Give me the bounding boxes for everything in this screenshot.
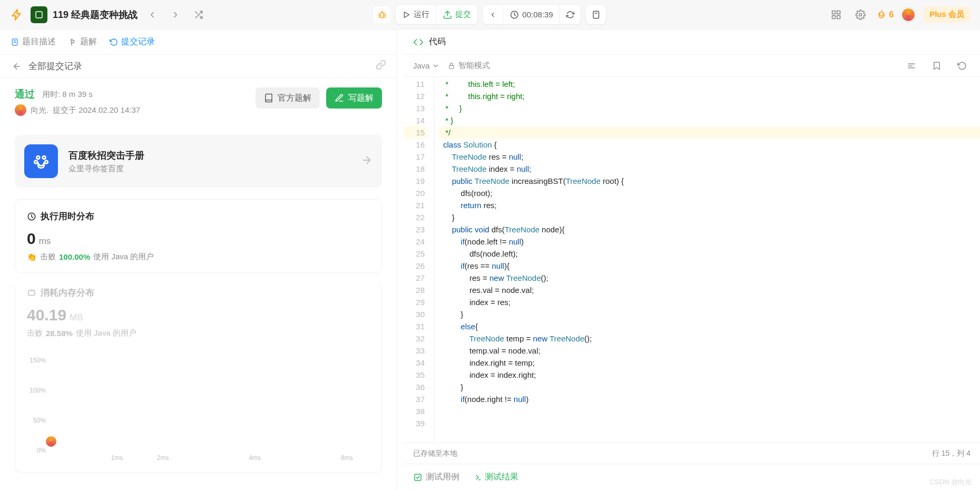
settings-button[interactable] — [852, 6, 869, 23]
svg-rect-12 — [837, 15, 840, 18]
svg-point-19 — [37, 156, 40, 159]
svg-point-20 — [43, 156, 46, 159]
back-label: 全部提交记录 — [28, 60, 82, 72]
user-avatar[interactable] — [901, 7, 916, 22]
smart-mode[interactable]: 智能模式 — [448, 61, 490, 71]
status-label: 通过 — [15, 87, 35, 101]
tab-submissions-label: 提交记录 — [121, 36, 155, 47]
runtime-chart: 0%50%100%150% 1ms2ms4ms8ms — [27, 346, 370, 462]
svg-rect-25 — [28, 290, 35, 295]
svg-rect-10 — [832, 11, 836, 14]
logo[interactable] — [9, 7, 24, 22]
submissions-subheader: 全部提交记录 — [0, 55, 397, 78]
svg-point-21 — [34, 161, 37, 164]
share-link-icon[interactable] — [376, 60, 386, 73]
runtime-value: 0ms — [27, 230, 370, 248]
tab-testcases[interactable]: 测试用例 — [413, 472, 459, 483]
problem-title: 119 经典题变种挑战 — [53, 8, 138, 21]
submit-label: 提交 — [455, 9, 471, 19]
memory-beats: 击败 28.58% 使用 Java 的用户 — [27, 328, 370, 338]
svg-line-3 — [195, 12, 198, 14]
editor-footer: 已存储至本地 行 15，列 4 — [404, 443, 980, 464]
tab-testresults[interactable]: 测试结果 — [473, 472, 518, 483]
cursor-position: 行 15，列 4 — [932, 449, 971, 458]
format-button[interactable] — [903, 57, 920, 74]
left-tabs: 题目描述 题解 提交记录 — [0, 30, 397, 55]
notes-button[interactable] — [586, 5, 606, 24]
runtime-title: 执行用时分布 — [27, 210, 370, 222]
timer-display[interactable]: 00:08:39 — [503, 5, 559, 24]
svg-rect-11 — [837, 11, 840, 14]
left-body: 通过 用时: 8 m 39 s 向光. 提交于 2024.02.20 14:37 — [0, 78, 397, 490]
tab-solution[interactable]: 题解 — [68, 36, 97, 47]
submitter-avatar[interactable] — [15, 104, 26, 116]
topbar: 119 经典题变种挑战 运行 提交 — [0, 0, 980, 30]
right-panel: 代码 Java 智能模式 111213141516171819202122232… — [404, 30, 980, 490]
promo-subtitle: 众里寻你签百度 — [68, 164, 144, 174]
timer-prev-button[interactable] — [483, 5, 503, 24]
tab-submissions[interactable]: 提交记录 — [110, 36, 155, 47]
bookmark-button[interactable] — [928, 57, 945, 74]
timer-refresh-button[interactable] — [560, 5, 581, 24]
svg-rect-8 — [593, 11, 599, 18]
svg-rect-13 — [832, 15, 836, 18]
code-header: 代码 — [404, 30, 980, 55]
topbar-right: 6 Plus 会员 — [828, 6, 971, 23]
plus-badge[interactable]: Plus 会员 — [923, 6, 971, 23]
back-button[interactable] — [11, 60, 23, 73]
memory-title: 消耗内存分布 — [27, 287, 370, 299]
timer-value: 00:08:39 — [522, 10, 553, 19]
debug-button[interactable] — [374, 6, 390, 23]
submit-button[interactable]: 提交 — [436, 5, 477, 24]
svg-point-14 — [859, 13, 862, 16]
streak-counter[interactable]: 6 — [876, 9, 894, 20]
svg-rect-29 — [449, 65, 454, 68]
runtime-beats: 👏 击败 100.00% 使用 Java 的用户 — [27, 252, 370, 262]
layout-button[interactable] — [828, 6, 845, 23]
next-problem-button[interactable] — [167, 6, 184, 23]
memory-card: 消耗内存分布 40.19MB 击败 28.58% 使用 Java 的用户 0%5… — [15, 283, 382, 473]
runtime-card: 执行用时分布 0ms 👏 击败 100.00% 使用 Java 的用户 — [15, 199, 382, 273]
svg-rect-4 — [380, 12, 384, 18]
tab-desc-label: 题目描述 — [22, 36, 56, 47]
write-solution-button[interactable]: 写题解 — [326, 87, 382, 109]
submitted-at: 提交于 2024.02.20 14:37 — [53, 105, 140, 115]
reset-button[interactable] — [954, 57, 971, 74]
code-editor[interactable]: 1112131415161718192021222324252627282930… — [404, 77, 980, 443]
promo-icon — [24, 144, 58, 178]
promo-card[interactable]: 百度秋招突击手册 众里寻你签百度 — [15, 135, 382, 188]
promo-title: 百度秋招突击手册 — [68, 149, 144, 162]
bottom-tabs: 测试用例 测试结果 — [404, 464, 980, 490]
top-center-actions: 运行 提交 00:08:39 — [374, 5, 606, 24]
code-label: 代码 — [429, 36, 446, 47]
svg-point-22 — [45, 161, 48, 164]
streak-count: 6 — [889, 10, 894, 19]
svg-marker-5 — [404, 12, 409, 17]
prev-problem-button[interactable] — [144, 6, 161, 23]
memory-value: 40.19MB — [27, 306, 370, 324]
svg-rect-0 — [36, 12, 42, 18]
time-used: 用时: 8 m 39 s — [42, 90, 93, 100]
save-status: 已存储至本地 — [413, 449, 457, 458]
language-selector[interactable]: Java — [413, 61, 439, 70]
watermark: CSDN @向光. — [930, 477, 974, 487]
submitter-name: 向光. — [31, 105, 48, 115]
left-panel: 题目描述 题解 提交记录 全部提交记录 — [0, 30, 397, 490]
chevron-right-icon — [361, 154, 373, 168]
run-button[interactable]: 运行 — [396, 5, 436, 24]
problem-icon — [31, 6, 47, 23]
run-label: 运行 — [414, 9, 429, 19]
code-toolbar: Java 智能模式 — [404, 55, 980, 77]
svg-rect-33 — [415, 474, 421, 481]
tab-description[interactable]: 题目描述 — [11, 36, 56, 47]
random-problem-button[interactable] — [190, 6, 207, 23]
tab-solution-label: 题解 — [80, 36, 97, 47]
official-solution-button[interactable]: 官方题解 — [256, 87, 320, 109]
problem-title-chip[interactable]: 119 经典题变种挑战 — [31, 6, 138, 23]
